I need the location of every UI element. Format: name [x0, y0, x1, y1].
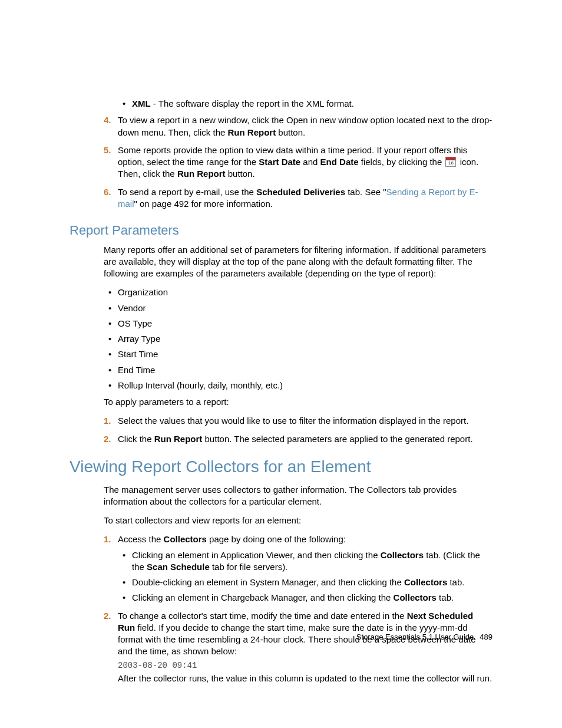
xml-bold: XML — [132, 98, 151, 108]
step-5-b2: End Date — [320, 157, 359, 167]
coll-step-2-code: 2003-08-20 09:41 — [118, 660, 492, 671]
coll-sub-3-p1: Clicking an element in Chargeback Manage… — [132, 592, 394, 602]
param-organization: Organization — [104, 286, 492, 298]
coll-sub-1-p1: Clicking an element in Application Viewe… — [132, 550, 381, 560]
apply-params-steps: 1. Select the values that you would like… — [104, 415, 492, 445]
report-parameters-heading: Report Parameters — [70, 222, 492, 239]
coll-step-1-p1: Access the — [118, 534, 164, 544]
step-4-p2: button. — [276, 127, 305, 137]
coll-step-1-b1: Collectors — [164, 534, 207, 544]
coll-sub-1-b1: Collectors — [381, 550, 424, 560]
coll-step-1-p2: page by doing one of the following: — [207, 534, 346, 544]
step-5: 5. Some reports provide the option to vi… — [104, 144, 492, 180]
page-footer: Storage Essentials 5.1 User Guide489 — [356, 632, 492, 643]
apply-step-1-text: Select the values that you would like to… — [118, 416, 468, 426]
step-5-m1: and — [300, 157, 320, 167]
collectors-steps: 1. Access the Collectors page by doing o… — [104, 533, 492, 684]
collectors-start: To start collectors and view reports for… — [104, 515, 492, 526]
step-6-num: 6. — [104, 186, 111, 198]
top-numbered-list: 4. To view a report in a new window, cli… — [104, 114, 492, 210]
step-6-m1: tab. See " — [345, 187, 386, 197]
coll-sub-3: Clicking an element in Chargeback Manage… — [118, 592, 492, 604]
param-array-type: Array Type — [104, 333, 492, 345]
param-rollup: Rollup Interval (hourly, daily, monthly,… — [104, 380, 492, 391]
step-6-b1: Scheduled Deliveries — [256, 187, 345, 197]
viewing-collectors-heading: Viewing Report Collectors for an Element — [70, 456, 492, 478]
coll-sub-2-p1: Double-clicking an element in System Man… — [132, 577, 404, 587]
param-start-time: Start Time — [104, 348, 492, 360]
coll-sub-1-p3: tab for file servers). — [210, 562, 288, 572]
coll-step-1-sublist: Clicking an element in Application Viewe… — [118, 549, 492, 604]
apply-step-2-p2: button. The selected parameters are appl… — [202, 434, 472, 444]
calendar-icon — [445, 157, 456, 167]
report-parameters-intro: Many reports offer an additional set of … — [104, 244, 492, 280]
xml-bullet-list: XML - The software display the report in… — [118, 98, 492, 110]
footer-page: 489 — [480, 633, 492, 641]
coll-sub-2-b1: Collectors — [404, 577, 447, 587]
coll-step-2-p1: To change a collector's start time, modi… — [118, 611, 407, 621]
collectors-intro: The management server uses collectors to… — [104, 484, 492, 508]
apply-step-2-b1: Run Report — [154, 434, 203, 444]
apply-step-1-num: 1. — [104, 415, 111, 427]
apply-step-2-p1: Click the — [118, 434, 154, 444]
params-bullet-list: Organization Vendor OS Type Array Type S… — [104, 286, 492, 391]
step-5-num: 5. — [104, 144, 111, 156]
step-5-b3: Run Report — [177, 169, 226, 179]
apply-step-1: 1. Select the values that you would like… — [104, 415, 492, 427]
coll-step-1-num: 1. — [104, 533, 111, 545]
coll-sub-3-b1: Collectors — [394, 592, 437, 602]
xml-bullet: XML - The software display the report in… — [118, 98, 492, 110]
step-6: 6. To send a report by e-mail, use the S… — [104, 186, 492, 210]
param-vendor: Vendor — [104, 302, 492, 314]
coll-step-2-after: After the collector runs, the value in t… — [118, 673, 492, 683]
step-4-num: 4. — [104, 114, 111, 126]
param-end-time: End Time — [104, 364, 492, 376]
coll-sub-1: Clicking an element in Application Viewe… — [118, 549, 492, 574]
xml-rest: - The software display the report in the… — [151, 98, 354, 108]
coll-step-2: 2. To change a collector's start time, m… — [104, 610, 492, 684]
step-4-b1: Run Report — [228, 127, 276, 137]
coll-sub-2: Double-clicking an element in System Man… — [118, 577, 492, 588]
coll-step-2-num: 2. — [104, 610, 111, 622]
coll-sub-1-b2: Scan Schedule — [147, 562, 210, 572]
step-6-p1: To send a report by e-mail, use the — [118, 187, 256, 197]
step-5-p2: button. — [226, 169, 255, 179]
footer-title: Storage Essentials 5.1 User Guide — [356, 633, 474, 641]
step-6-p2: " on page 492 for more information. — [134, 199, 273, 209]
param-os-type: OS Type — [104, 318, 492, 330]
apply-params-text: To apply parameters to a report: — [104, 396, 492, 408]
coll-step-1: 1. Access the Collectors page by doing o… — [104, 533, 492, 604]
apply-step-2-num: 2. — [104, 433, 111, 445]
coll-sub-3-p2: tab. — [437, 592, 454, 602]
step-5-b1: Start Date — [259, 157, 300, 167]
step-5-m2: fields, by clicking the — [359, 157, 445, 167]
apply-step-2: 2. Click the Run Report button. The sele… — [104, 433, 492, 445]
coll-sub-2-p2: tab. — [447, 577, 464, 587]
step-4: 4. To view a report in a new window, cli… — [104, 114, 492, 139]
